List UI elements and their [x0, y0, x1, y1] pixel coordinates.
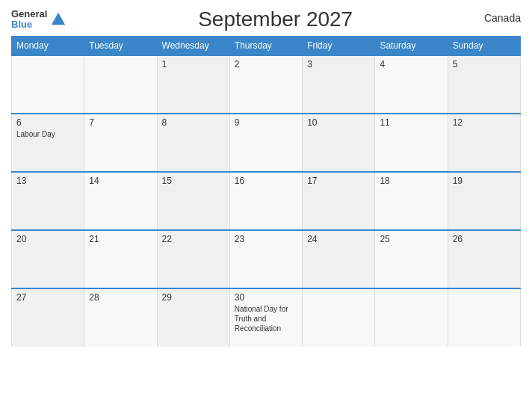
- day-number: 20: [16, 234, 79, 244]
- calendar-cell: 17: [303, 172, 375, 230]
- svg-marker-0: [52, 13, 65, 25]
- calendar-cell: 15: [157, 172, 229, 230]
- holiday-label: Labour Day: [16, 129, 79, 139]
- logo-icon: [50, 11, 66, 28]
- calendar-week-row: 6Labour Day789101112: [12, 114, 521, 172]
- calendar-cell: 12: [448, 114, 520, 172]
- logo: General Blue: [11, 9, 66, 31]
- calendar-title: September 2027: [198, 7, 353, 31]
- calendar-table: MondayTuesdayWednesdayThursdayFridaySatu…: [11, 36, 521, 347]
- day-number: 12: [453, 117, 516, 128]
- calendar-week-row: 20212223242526: [12, 230, 521, 288]
- calendar-cell: 25: [375, 230, 448, 288]
- day-number: 2: [235, 59, 297, 69]
- calendar-cell: [84, 55, 157, 114]
- calendar-header: MondayTuesdayWednesdayThursdayFridaySatu…: [12, 37, 521, 56]
- calendar-cell: 24: [303, 230, 375, 288]
- calendar-cell: 18: [375, 172, 448, 230]
- calendar-cell: 3: [303, 55, 375, 114]
- weekday-header: Wednesday: [157, 37, 229, 56]
- day-number: 5: [453, 59, 516, 69]
- logo-general: General: [11, 9, 47, 19]
- calendar-week-row: 27282930National Day for Truth and Recon…: [12, 288, 521, 347]
- calendar-cell: 14: [84, 172, 157, 230]
- day-number: 4: [380, 59, 442, 69]
- weekday-header: Friday: [303, 37, 375, 56]
- header: General Blue September 2027 Canada: [11, 7, 521, 31]
- calendar-cell: 20: [12, 230, 84, 288]
- calendar-cell: 22: [157, 230, 229, 288]
- weekday-header: Sunday: [448, 37, 520, 56]
- calendar-cell: 2: [229, 55, 302, 114]
- calendar-cell: 29: [157, 288, 229, 347]
- calendar-cell: 8: [157, 114, 229, 172]
- calendar-cell: 6Labour Day: [12, 114, 84, 172]
- day-number: 18: [380, 176, 442, 186]
- calendar-cell: [303, 288, 375, 347]
- calendar-cell: 28: [84, 288, 157, 347]
- calendar-cell: [448, 288, 520, 347]
- day-number: 9: [235, 117, 297, 128]
- day-number: 19: [453, 176, 516, 186]
- calendar-cell: 10: [303, 114, 375, 172]
- calendar-cell: 26: [448, 230, 520, 288]
- day-number: 7: [89, 117, 152, 128]
- day-number: 10: [307, 117, 370, 128]
- calendar-cell: 1: [157, 55, 229, 114]
- calendar-cell: 19: [448, 172, 520, 230]
- calendar-cell: 13: [12, 172, 84, 230]
- calendar-week-row: 12345: [12, 55, 521, 114]
- calendar-cell: 11: [375, 114, 448, 172]
- day-number: 11: [380, 117, 442, 128]
- day-number: 17: [307, 176, 370, 186]
- day-number: 27: [16, 292, 79, 303]
- country-label: Canada: [484, 7, 521, 24]
- day-number: 21: [89, 234, 152, 244]
- calendar-cell: 27: [12, 288, 84, 347]
- day-number: 26: [453, 234, 516, 244]
- calendar-cell: 4: [375, 55, 448, 114]
- calendar-cell: 30National Day for Truth and Reconciliat…: [229, 288, 302, 347]
- day-number: 24: [307, 234, 370, 244]
- day-number: 28: [89, 292, 152, 303]
- day-number: 22: [162, 234, 225, 244]
- holiday-label: National Day for Truth and Reconciliatio…: [235, 304, 297, 333]
- weekday-header: Thursday: [229, 37, 302, 56]
- calendar-body: 123456Labour Day789101112131415161718192…: [12, 55, 521, 347]
- calendar-cell: 23: [229, 230, 302, 288]
- weekday-header: Monday: [12, 37, 84, 56]
- day-number: 6: [16, 117, 79, 128]
- calendar-cell: [12, 55, 84, 114]
- calendar-cell: 9: [229, 114, 302, 172]
- day-number: 13: [16, 176, 79, 186]
- day-number: 30: [235, 292, 297, 303]
- logo-blue: Blue: [11, 19, 47, 30]
- calendar-cell: [375, 288, 448, 347]
- weekday-header: Tuesday: [84, 37, 157, 56]
- weekday-header: Saturday: [375, 37, 448, 56]
- day-number: 16: [235, 176, 297, 186]
- calendar-page: General Blue September 2027 Canada Monda…: [0, 0, 532, 411]
- weekday-row: MondayTuesdayWednesdayThursdayFridaySatu…: [12, 37, 521, 56]
- calendar-cell: 5: [448, 55, 520, 114]
- day-number: 23: [235, 234, 297, 244]
- calendar-cell: 21: [84, 230, 157, 288]
- day-number: 1: [162, 59, 225, 69]
- calendar-week-row: 13141516171819: [12, 172, 521, 230]
- day-number: 29: [162, 292, 225, 303]
- day-number: 3: [307, 59, 370, 69]
- day-number: 14: [89, 176, 152, 186]
- day-number: 15: [162, 176, 225, 186]
- day-number: 8: [162, 117, 225, 128]
- calendar-cell: 16: [229, 172, 302, 230]
- calendar-cell: 7: [84, 114, 157, 172]
- day-number: 25: [380, 234, 442, 244]
